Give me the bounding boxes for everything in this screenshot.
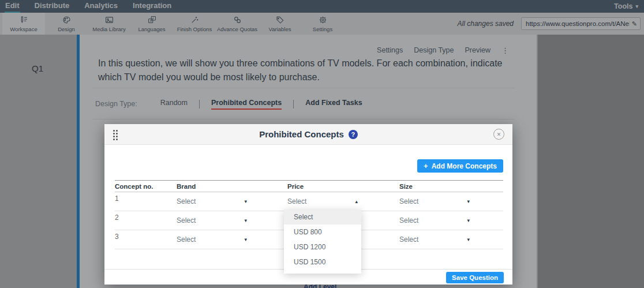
size-select-row-3[interactable]: Select ▾ xyxy=(399,235,470,244)
select-value: Select xyxy=(399,197,418,205)
select-value: Select xyxy=(177,197,196,205)
dropdown-option-usd-800[interactable]: USD 800 xyxy=(284,225,361,240)
drag-handle-icon[interactable] xyxy=(113,130,118,140)
size-select-row-2[interactable]: Select ▾ xyxy=(399,216,470,225)
select-value: Select xyxy=(399,216,418,225)
plus-icon: + xyxy=(424,162,428,170)
column-header-price: Price xyxy=(287,183,399,190)
brand-select-row-3[interactable]: Select ▾ xyxy=(177,235,247,244)
save-question-button[interactable]: Save Question xyxy=(446,272,504,283)
column-header-concept-no: Concept no. xyxy=(115,183,177,190)
chevron-down-icon: ▾ xyxy=(467,199,470,204)
select-value: Select xyxy=(177,235,196,244)
concept-number: 1 xyxy=(115,192,177,203)
help-icon[interactable]: ? xyxy=(349,130,358,139)
questionpro-editor: Edit Distribute Analytics Integration To… xyxy=(0,0,644,288)
close-icon[interactable]: ✕ xyxy=(493,129,504,140)
add-more-concepts-button[interactable]: + Add More Concepts xyxy=(417,159,503,173)
select-value: Select xyxy=(287,197,306,205)
table-header-row: Concept no. Brand Price Size xyxy=(115,180,503,192)
select-value: Select xyxy=(399,235,418,244)
chevron-down-icon: ▾ xyxy=(467,237,470,242)
chevron-up-icon: ▴ xyxy=(355,199,358,204)
concept-number: 2 xyxy=(115,211,177,222)
prohibited-concepts-modal: Prohibited Concepts ? ✕ + Add More Conce… xyxy=(104,124,512,285)
dropdown-option-usd-1500[interactable]: USD 1500 xyxy=(284,255,361,270)
chevron-down-icon: ▾ xyxy=(244,199,247,204)
modal-header: Prohibited Concepts ? ✕ xyxy=(104,124,512,145)
chevron-down-icon: ▾ xyxy=(244,237,247,242)
column-header-brand: Brand xyxy=(177,183,287,190)
brand-select-row-2[interactable]: Select ▾ xyxy=(177,216,247,225)
dropdown-option-usd-1200[interactable]: USD 1200 xyxy=(284,240,361,255)
dropdown-option-select[interactable]: Select xyxy=(284,210,361,225)
table-row: 1 Select ▾ Select ▴ Select ▾ xyxy=(115,192,503,211)
modal-title: Prohibited Concepts xyxy=(259,129,344,139)
select-value: Select xyxy=(177,216,196,225)
chevron-down-icon: ▾ xyxy=(244,218,247,223)
chevron-down-icon: ▾ xyxy=(467,218,470,223)
concept-number: 3 xyxy=(115,230,177,241)
price-dropdown: Select USD 800 USD 1200 USD 1500 xyxy=(284,210,361,274)
column-header-size: Size xyxy=(399,183,503,190)
size-select-row-1[interactable]: Select ▾ xyxy=(399,197,470,205)
price-select-row-1[interactable]: Select ▴ xyxy=(287,197,358,205)
brand-select-row-1[interactable]: Select ▾ xyxy=(177,197,247,205)
add-more-concepts-label: Add More Concepts xyxy=(432,162,497,170)
